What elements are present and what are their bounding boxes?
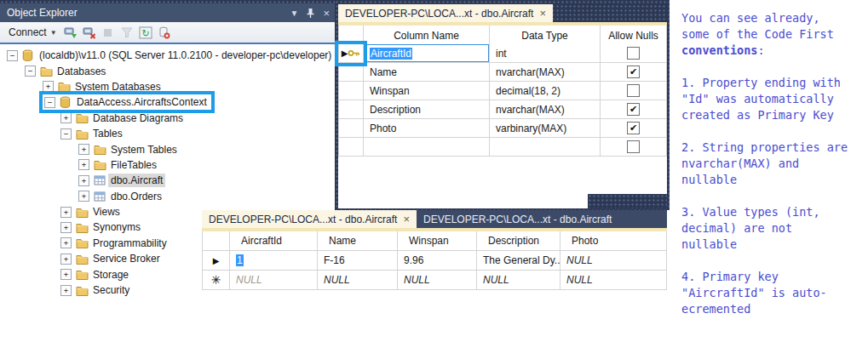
allow-nulls-cell[interactable]: ✔ xyxy=(601,100,667,119)
pin-icon[interactable] xyxy=(306,8,315,19)
allow-nulls-cell[interactable]: ✔ xyxy=(601,63,667,82)
allow-nulls-cell[interactable] xyxy=(601,44,667,63)
column-name-cell[interactable]: Description xyxy=(364,100,490,119)
expander-icon[interactable]: + xyxy=(43,81,54,92)
connect-label: Connect xyxy=(9,26,47,38)
allow-nulls-checkbox[interactable] xyxy=(627,84,640,97)
refresh-icon[interactable]: ↻ xyxy=(137,25,154,40)
expander-icon[interactable]: − xyxy=(60,128,72,140)
ssms-screenshot: Object Explorer ▼ × Connect ▼ xyxy=(0,0,868,342)
connect-button[interactable]: Connect ▼ xyxy=(5,25,60,40)
expander-icon[interactable]: + xyxy=(60,222,72,233)
data-type-cell[interactable]: nvarchar(MAX) xyxy=(490,63,601,82)
tree-item-tables[interactable]: −Tables xyxy=(0,126,335,141)
allow-nulls-checkbox[interactable]: ✔ xyxy=(627,66,640,78)
allow-nulls-checkbox[interactable] xyxy=(627,47,640,60)
tree-item-dataaccess-aircraftscontext[interactable]: −DataAccess.AircraftsContext xyxy=(0,94,335,110)
allow-nulls-checkbox[interactable] xyxy=(627,140,640,153)
tree-item-system-databases[interactable]: +System Databases xyxy=(0,79,335,94)
row-marker[interactable] xyxy=(338,100,364,119)
disconnect-icon[interactable] xyxy=(81,25,98,40)
expander-icon[interactable]: + xyxy=(60,285,72,296)
row-marker[interactable] xyxy=(338,63,364,82)
expander-icon[interactable]: + xyxy=(78,191,89,202)
results-tab-2[interactable]: DEVELOPER-PC\LOCA...xt - dbo.Aircraft xyxy=(417,210,667,228)
connect-dropdown-icon: ▼ xyxy=(50,29,57,37)
data-type-cell[interactable]: varbinary(MAX) xyxy=(490,119,601,138)
column-name-cell[interactable]: Photo xyxy=(364,119,490,138)
tree-item-label: System Tables xyxy=(108,143,180,157)
data-cell[interactable]: NULL xyxy=(398,271,477,290)
row-marker[interactable]: ✳ xyxy=(202,271,230,290)
data-cell[interactable]: NULL xyxy=(477,271,560,290)
data-cell[interactable]: F-16 xyxy=(318,251,398,271)
column-name-cell[interactable]: Name xyxy=(364,63,490,82)
tree-item-system-tables[interactable]: +System Tables xyxy=(0,141,335,157)
column-designer-grid: Column NameData TypeAllow Nulls▶Aircraft… xyxy=(338,26,667,157)
expander-icon[interactable]: + xyxy=(78,159,89,170)
allow-nulls-cell[interactable]: ✔ xyxy=(601,119,667,138)
note-paragraph: 2. String properties arenvarchar(MAX) an… xyxy=(681,140,868,188)
row-marker[interactable] xyxy=(338,138,364,157)
filter-icon[interactable] xyxy=(118,25,135,40)
row-marker[interactable] xyxy=(338,119,364,138)
column-header-corner[interactable] xyxy=(202,231,230,251)
expander-icon[interactable]: + xyxy=(60,112,72,123)
data-type-cell[interactable]: int xyxy=(490,44,601,63)
data-type-cell[interactable] xyxy=(490,138,601,157)
expander-icon[interactable]: + xyxy=(60,237,72,248)
data-cell[interactable]: The General Dy... xyxy=(477,251,560,271)
tab-close-icon[interactable]: × xyxy=(403,214,410,225)
tree-item-dbo-aircraft[interactable]: +dbo.Aircraft xyxy=(0,173,335,188)
note-line: "Id" was automatically xyxy=(681,91,868,107)
data-cell[interactable]: NULL xyxy=(560,251,667,271)
tree-item-databases[interactable]: −Databases xyxy=(0,63,335,78)
tab-close-icon[interactable]: × xyxy=(539,8,546,19)
allow-nulls-checkbox[interactable]: ✔ xyxy=(627,122,640,134)
tree-item-filetables[interactable]: +FileTables xyxy=(0,157,335,173)
row-marker[interactable]: ▶ xyxy=(202,251,230,271)
data-cell[interactable]: NULL xyxy=(318,271,398,290)
expander-icon[interactable]: − xyxy=(44,97,55,108)
row-marker[interactable] xyxy=(338,82,364,100)
column-header-photo[interactable]: Photo xyxy=(560,231,667,251)
expander-icon[interactable]: − xyxy=(7,50,18,61)
expander-icon[interactable]: + xyxy=(78,175,89,186)
column-header-aircraftid[interactable]: AircraftId xyxy=(230,231,318,251)
close-icon[interactable]: × xyxy=(323,7,330,20)
expander-icon[interactable]: − xyxy=(25,66,36,77)
allow-nulls-checkbox[interactable]: ✔ xyxy=(627,103,640,116)
data-type-cell[interactable]: decimal(18, 2) xyxy=(490,82,601,100)
expander-icon[interactable]: + xyxy=(60,207,72,218)
column-name-cell[interactable]: Winspan xyxy=(364,82,490,100)
tree-item-label: Databases xyxy=(55,65,108,78)
expander-icon[interactable]: + xyxy=(60,254,72,265)
tree-item-dbo-orders[interactable]: +dbo.Orders xyxy=(0,189,335,204)
window-position-icon[interactable]: ▼ xyxy=(290,9,299,18)
allow-nulls-cell[interactable] xyxy=(601,82,667,100)
data-cell[interactable]: 9.96 xyxy=(398,251,477,271)
column-name-cell[interactable] xyxy=(364,138,490,157)
table-designer-window: DEVELOPER-PC\LOCA...xt - dbo.Aircraft × … xyxy=(338,4,667,208)
expander-icon[interactable]: + xyxy=(60,269,72,280)
column-header-description[interactable]: Description xyxy=(477,231,560,251)
data-type-cell[interactable]: nvarchar(MAX) xyxy=(490,100,601,119)
tree-item-localdb-v11-0-sql-server-11-0-2100-developer-pc-developer[interactable]: −(localdb)\v11.0 (SQL Server 11.0.2100 -… xyxy=(0,48,335,63)
expander-icon[interactable]: + xyxy=(78,144,89,155)
allow-nulls-cell[interactable] xyxy=(601,138,667,157)
disconnect-all-icon[interactable] xyxy=(156,25,173,40)
column-header-winspan[interactable]: Winspan xyxy=(398,231,477,251)
designer-tab[interactable]: DEVELOPER-PC\LOCA...xt - dbo.Aircraft × xyxy=(338,4,553,22)
data-cell[interactable]: NULL xyxy=(560,271,667,290)
note-line: some of the Code First xyxy=(681,26,868,43)
results-tab-1[interactable]: DEVELOPER-PC\LOCA...xt - dbo.Aircraft× xyxy=(202,210,417,228)
connect-icon[interactable] xyxy=(62,25,79,40)
tree-item-database-diagrams[interactable]: +Database Diagrams xyxy=(0,111,335,126)
data-cell[interactable]: 1 xyxy=(230,251,318,271)
column-name-cell[interactable]: AircraftId xyxy=(364,44,490,63)
stop-icon[interactable] xyxy=(100,25,117,40)
column-header-name[interactable]: Name xyxy=(318,231,398,251)
data-cell[interactable]: NULL xyxy=(230,271,318,290)
note-line: 1. Property ending with xyxy=(681,75,868,91)
row-marker[interactable]: ▶ xyxy=(338,44,364,63)
